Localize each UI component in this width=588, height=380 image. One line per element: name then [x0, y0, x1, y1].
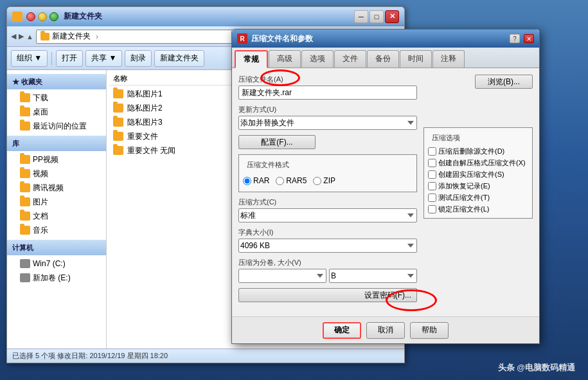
rar-icon: R [237, 33, 247, 44]
tab-backup[interactable]: 备份 [367, 50, 399, 68]
file-folder-icon-2 [113, 118, 123, 127]
option-5[interactable]: 锁定压缩文件(L) [428, 204, 528, 214]
option-1[interactable]: 创建自解压格式压缩文件(X) [428, 158, 528, 168]
option-0-check[interactable] [428, 147, 436, 156]
option-1-check[interactable] [428, 159, 436, 167]
window-controls: ─ □ ✕ [354, 10, 399, 23]
file-folder-icon-3 [113, 132, 123, 141]
favorites-header[interactable]: ★ 收藏夹 [7, 74, 106, 89]
option-4-check[interactable] [428, 194, 436, 202]
help-button[interactable]: 帮助 [410, 322, 449, 339]
back-button[interactable]: ◀ [11, 32, 16, 41]
method-group: 压缩方式(C) 标准 [238, 197, 417, 222]
sidebar-item-docs[interactable]: 文档 [7, 209, 106, 223]
ok-button[interactable]: 确定 [323, 322, 361, 339]
password-button[interactable]: 设置密码(F)... [238, 288, 417, 302]
option-2[interactable]: 创建固实压缩文件(S) [428, 170, 528, 179]
file-folder-icon-0 [113, 89, 123, 98]
format-rar[interactable]: RAR [243, 176, 269, 185]
filename-row [238, 86, 417, 100]
split-unit-select[interactable]: B [329, 269, 417, 283]
format-box: 压缩文件格式 RAR RAR5 ZIP [238, 154, 417, 192]
traffic-red[interactable] [26, 12, 35, 21]
up-button[interactable]: ▲ [26, 33, 33, 41]
new-folder-button[interactable]: 新建文件夹 [154, 50, 204, 67]
dialog-content: 压缩文件名(A) 更新方式(U) 添加并替换文件 配置(F)... 压缩文件格式 [232, 68, 539, 316]
share-button[interactable]: 共享 ▼ [85, 50, 122, 67]
option-3-check[interactable] [428, 182, 436, 190]
dialog-title: 压缩文件名和参数 [251, 33, 506, 44]
tab-advanced[interactable]: 高级 [269, 50, 301, 68]
format-zip[interactable]: ZIP [313, 176, 335, 185]
tab-options[interactable]: 选项 [301, 50, 334, 68]
folder-icon-pictures [20, 197, 30, 206]
sidebar-item-desktop[interactable]: 桌面 [7, 105, 106, 119]
sidebar-item-recent[interactable]: 最近访问的位置 [7, 119, 106, 133]
option-0[interactable]: 压缩后删除源文件(D) [428, 147, 528, 156]
open-button[interactable]: 打开 [56, 50, 83, 67]
library-header[interactable]: 库 [7, 136, 106, 151]
option-5-check[interactable] [428, 205, 436, 213]
toolbar-sep-1 [51, 52, 52, 65]
config-group: 配置(F)... [238, 135, 417, 149]
sidebar-item-e-drive[interactable]: 新加卷 (E:) [7, 271, 106, 285]
file-folder-icon-1 [113, 104, 123, 113]
organize-button[interactable]: 组织 ▼ [11, 50, 48, 67]
minimize-button[interactable]: ─ [354, 10, 368, 23]
tab-general[interactable]: 常规 [235, 50, 268, 68]
split-row: B [238, 269, 417, 283]
tab-time[interactable]: 时间 [400, 50, 432, 68]
tab-files[interactable]: 文件 [334, 50, 366, 68]
sidebar-item-music[interactable]: 音乐 [7, 223, 106, 237]
dialog-help-btn[interactable]: ? [510, 34, 520, 43]
sidebar-item-pp[interactable]: PP视频 [7, 152, 106, 167]
folder-icon-tencent [20, 183, 30, 192]
maximize-button[interactable]: □ [370, 10, 384, 23]
format-rar5[interactable]: RAR5 [276, 176, 307, 185]
sidebar-item-tencent[interactable]: 腾讯视频 [7, 181, 106, 195]
dialog-right-panel: 浏览(B)... 压缩选项 压缩后删除源文件(D) 创建自解压格式压缩文件(X) [423, 75, 533, 310]
computer-header[interactable]: 计算机 [7, 240, 106, 255]
sidebar-item-pictures[interactable]: 图片 [7, 195, 106, 209]
dict-select[interactable]: 4096 KB [238, 239, 417, 253]
option-4[interactable]: 测试压缩文件(T) [428, 193, 528, 203]
folder-icon-recent [20, 122, 30, 131]
traffic-yellow[interactable] [38, 12, 47, 21]
forward-button[interactable]: ▶ [19, 32, 24, 41]
config-button[interactable]: 配置(F)... [238, 135, 316, 149]
split-select[interactable] [238, 269, 326, 283]
sidebar-item-video[interactable]: 视频 [7, 167, 106, 181]
traffic-green[interactable] [49, 12, 58, 21]
dialog-close-btn[interactable]: ✕ [524, 34, 534, 43]
filename-input[interactable] [238, 86, 417, 100]
format-rar5-radio[interactable] [276, 177, 284, 185]
cancel-button[interactable]: 取消 [366, 322, 405, 339]
option-2-check[interactable] [428, 170, 436, 179]
sidebar-item-downloads[interactable]: 下载 [7, 91, 106, 105]
dialog-titlebar: R 压缩文件名和参数 ? ✕ [232, 30, 539, 48]
browse-row: 浏览(B)... [423, 75, 533, 89]
burn-button[interactable]: 刻录 [125, 50, 152, 67]
format-zip-radio[interactable] [313, 177, 321, 185]
update-select[interactable]: 添加并替换文件 [238, 116, 417, 130]
method-label: 压缩方式(C) [238, 197, 417, 207]
browse-button[interactable]: 浏览(B)... [475, 75, 533, 89]
close-button[interactable]: ✕ [385, 10, 399, 23]
format-radio-group: RAR RAR5 ZIP [243, 174, 413, 188]
method-select[interactable]: 标准 [238, 208, 417, 222]
update-label: 更新方式(U) [238, 105, 417, 114]
tab-comment[interactable]: 注释 [432, 50, 465, 68]
sidebar-item-c-drive[interactable]: Win7 (C:) [7, 257, 106, 271]
drive-icon-e [20, 273, 30, 282]
dialog-footer: 确定 取消 帮助 [232, 316, 539, 343]
title-left [26, 12, 58, 21]
option-3[interactable]: 添加恢复记录(E) [428, 181, 528, 191]
status-text: 已选择 5 个项 修改日期: 2019/12/19 星期四 18:20 [12, 351, 168, 361]
split-label: 压缩为分卷, 大小(V) [238, 258, 417, 267]
folder-icon-video [20, 169, 30, 178]
address-arrow: › [96, 32, 98, 41]
folder-icon [12, 12, 22, 22]
format-rar-radio[interactable] [243, 177, 251, 185]
folder-icon-docs [20, 212, 30, 221]
dialog-left-panel: 压缩文件名(A) 更新方式(U) 添加并替换文件 配置(F)... 压缩文件格式 [238, 75, 417, 310]
